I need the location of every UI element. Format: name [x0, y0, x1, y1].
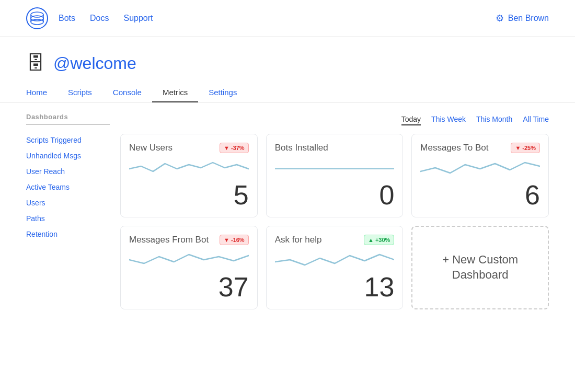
time-filter-bar: Today This Week This Month All Time [120, 113, 549, 125]
navbar: Bots Docs Support ⚙ Ben Brown [0, 0, 575, 37]
tab-settings[interactable]: Settings [198, 83, 247, 102]
sparkline-messages-from-bot [129, 245, 249, 271]
card-ask-for-help: Ask for help ▲ +30% 13 [266, 226, 404, 309]
sidebar-item-scripts-triggered[interactable]: Scripts Triggered [26, 132, 110, 148]
card-header: New Users ▼ -37% [129, 143, 249, 153]
nav-docs[interactable]: Docs [90, 14, 109, 23]
svg-point-0 [27, 8, 48, 29]
card-new-custom-dashboard[interactable]: + New Custom Dashboard [411, 226, 549, 309]
sidebar-heading: Dashboards [26, 113, 110, 125]
badge-messages-to-bot: ▼ -25% [511, 143, 540, 153]
card-title-ask-for-help: Ask for help [275, 235, 322, 245]
logo-icon[interactable] [26, 7, 48, 29]
card-header: Ask for help ▲ +30% [275, 235, 395, 245]
sparkline-bots-installed [275, 153, 395, 179]
card-header: Bots Installed [275, 143, 395, 153]
sidebar: Dashboards Scripts Triggered Unhandled M… [26, 113, 110, 309]
card-bots-installed: Bots Installed 0 [266, 134, 404, 217]
tab-metrics[interactable]: Metrics [152, 83, 198, 102]
card-title-messages-to-bot: Messages To Bot [420, 143, 488, 153]
card-header: Messages To Bot ▼ -25% [420, 143, 540, 153]
card-new-users: New Users ▼ -37% 5 [120, 134, 258, 217]
user-name: Ben Brown [508, 14, 549, 23]
card-value-messages-from-bot: 37 [129, 273, 249, 301]
card-title-messages-from-bot: Messages From Bot [129, 235, 209, 245]
sparkline-ask-for-help [275, 245, 395, 271]
card-header: Messages From Bot ▼ -16% [129, 235, 249, 245]
svg-point-3 [31, 19, 43, 25]
sidebar-item-unhandled-msgs[interactable]: Unhandled Msgs [26, 148, 110, 164]
time-this-week[interactable]: This Week [431, 113, 466, 125]
sparkline-new-users [129, 153, 249, 179]
time-today[interactable]: Today [401, 113, 421, 125]
card-value-ask-for-help: 13 [275, 273, 395, 301]
metrics-grid: New Users ▼ -37% 5 Bots Installed [120, 134, 549, 309]
tab-bar: Home Scripts Console Metrics Settings [0, 83, 575, 102]
nav-links: Bots Docs Support [59, 14, 153, 23]
database-icon: 🗄 [26, 52, 45, 74]
new-dashboard-label: + New Custom Dashboard [421, 252, 539, 282]
page-title: @welcome [53, 54, 136, 73]
sidebar-item-active-teams[interactable]: Active Teams [26, 179, 110, 195]
card-value-messages-to-bot: 6 [420, 181, 540, 209]
content-area: Today This Week This Month All Time New … [120, 113, 549, 309]
sidebar-item-user-reach[interactable]: User Reach [26, 164, 110, 179]
nav-support[interactable]: Support [123, 14, 153, 23]
card-value-bots-installed: 0 [275, 181, 395, 209]
down-arrow-icon: ▼ [515, 145, 521, 151]
badge-new-users: ▼ -37% [220, 143, 249, 153]
card-messages-to-bot: Messages To Bot ▼ -25% 6 [411, 134, 549, 217]
gear-icon: ⚙ [496, 13, 504, 24]
nav-bots[interactable]: Bots [59, 14, 75, 23]
main-content: Dashboards Scripts Triggered Unhandled M… [0, 102, 575, 320]
sidebar-item-retention[interactable]: Retention [26, 226, 110, 242]
tab-home[interactable]: Home [26, 83, 58, 102]
tab-scripts[interactable]: Scripts [58, 83, 102, 102]
card-messages-from-bot: Messages From Bot ▼ -16% 37 [120, 226, 258, 309]
time-all-time[interactable]: All Time [523, 113, 549, 125]
page-header: 🗄 @welcome [0, 37, 575, 74]
time-this-month[interactable]: This Month [476, 113, 512, 125]
sidebar-item-users[interactable]: Users [26, 195, 110, 211]
down-arrow-icon: ▼ [224, 145, 229, 151]
badge-messages-from-bot: ▼ -16% [220, 235, 249, 245]
up-arrow-icon: ▲ [368, 237, 374, 243]
badge-ask-for-help: ▲ +30% [364, 235, 394, 245]
sparkline-messages-to-bot [420, 153, 540, 179]
user-menu[interactable]: ⚙ Ben Brown [496, 13, 549, 24]
card-title-new-users: New Users [129, 143, 172, 153]
card-value-new-users: 5 [129, 181, 249, 209]
card-title-bots-installed: Bots Installed [275, 143, 328, 153]
down-arrow-icon: ▼ [224, 237, 229, 243]
tab-console[interactable]: Console [102, 83, 152, 102]
sidebar-item-paths[interactable]: Paths [26, 211, 110, 226]
